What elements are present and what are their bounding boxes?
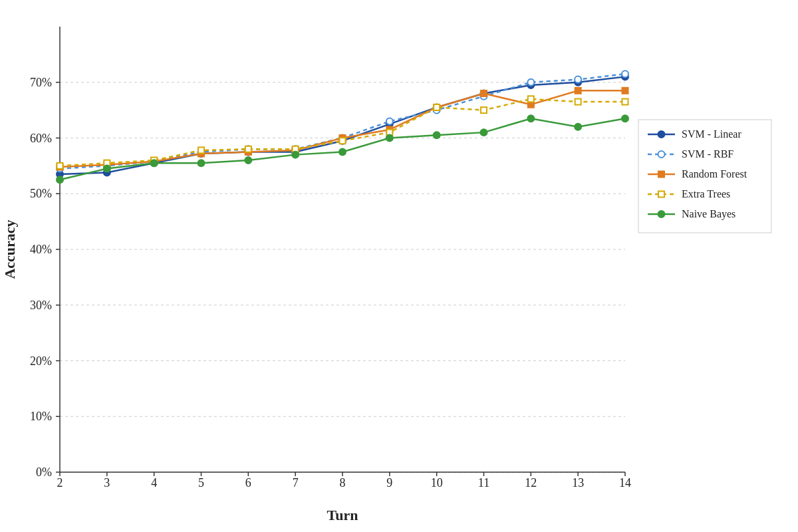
svg-point-113	[386, 135, 393, 142]
svg-text:20%: 20%	[30, 354, 52, 368]
svg-rect-130	[658, 192, 664, 198]
svg-point-112	[339, 148, 346, 155]
svg-text:Turn: Turn	[327, 507, 358, 523]
svg-text:40%: 40%	[30, 243, 52, 256]
svg-rect-97	[245, 146, 251, 152]
chart-container: 2345678910111213140%10%20%30%40%50%60%70…	[0, 0, 798, 532]
svg-text:70%: 70%	[30, 76, 52, 89]
svg-rect-104	[575, 99, 581, 105]
svg-text:11: 11	[478, 476, 489, 489]
svg-point-111	[292, 152, 299, 158]
svg-text:Extra Trees: Extra Trees	[682, 188, 730, 200]
svg-point-121	[658, 131, 665, 138]
svg-text:10%: 10%	[30, 410, 52, 423]
svg-text:Accuracy: Accuracy	[1, 219, 18, 279]
svg-text:SVM - RBF: SVM - RBF	[682, 148, 733, 160]
svg-point-124	[658, 151, 665, 158]
svg-text:7: 7	[293, 476, 299, 489]
svg-point-115	[481, 129, 487, 136]
svg-text:3: 3	[104, 476, 110, 489]
svg-text:13: 13	[572, 476, 584, 489]
svg-text:6: 6	[245, 476, 251, 489]
svg-text:5: 5	[198, 476, 204, 489]
svg-point-116	[527, 115, 534, 122]
svg-text:10: 10	[431, 476, 443, 489]
svg-text:30%: 30%	[30, 299, 52, 312]
svg-text:Random Forest: Random Forest	[682, 168, 747, 180]
svg-point-109	[198, 160, 205, 166]
svg-point-118	[622, 115, 628, 122]
svg-rect-105	[622, 99, 628, 105]
svg-rect-103	[528, 96, 534, 102]
svg-point-106	[57, 176, 63, 183]
svg-rect-99	[340, 138, 346, 144]
svg-point-117	[575, 124, 581, 130]
svg-point-114	[434, 132, 440, 138]
svg-text:14: 14	[619, 476, 631, 489]
svg-text:SVM - Linear: SVM - Linear	[682, 128, 741, 140]
svg-point-108	[151, 160, 158, 166]
svg-text:50%: 50%	[30, 187, 52, 200]
svg-rect-93	[57, 163, 63, 169]
svg-text:Naive Bayes: Naive Bayes	[682, 208, 735, 220]
svg-point-133	[658, 211, 665, 217]
line-chart: 2345678910111213140%10%20%30%40%50%60%70…	[0, 0, 798, 532]
svg-point-78	[575, 76, 581, 83]
svg-point-107	[104, 166, 110, 172]
svg-rect-89	[481, 90, 487, 96]
svg-text:12: 12	[525, 476, 537, 489]
svg-text:60%: 60%	[30, 132, 52, 145]
svg-rect-91	[575, 88, 581, 94]
svg-text:9: 9	[386, 476, 392, 489]
svg-text:8: 8	[340, 476, 346, 489]
svg-rect-96	[198, 147, 204, 153]
svg-point-74	[386, 118, 393, 124]
svg-point-77	[527, 79, 534, 86]
svg-text:4: 4	[151, 476, 157, 489]
svg-rect-127	[658, 172, 664, 178]
svg-point-110	[245, 157, 251, 164]
svg-rect-102	[481, 107, 487, 113]
svg-text:2: 2	[57, 476, 63, 489]
svg-text:0%: 0%	[36, 466, 52, 479]
svg-point-79	[622, 70, 628, 77]
svg-rect-101	[434, 104, 440, 110]
svg-rect-92	[622, 88, 628, 94]
